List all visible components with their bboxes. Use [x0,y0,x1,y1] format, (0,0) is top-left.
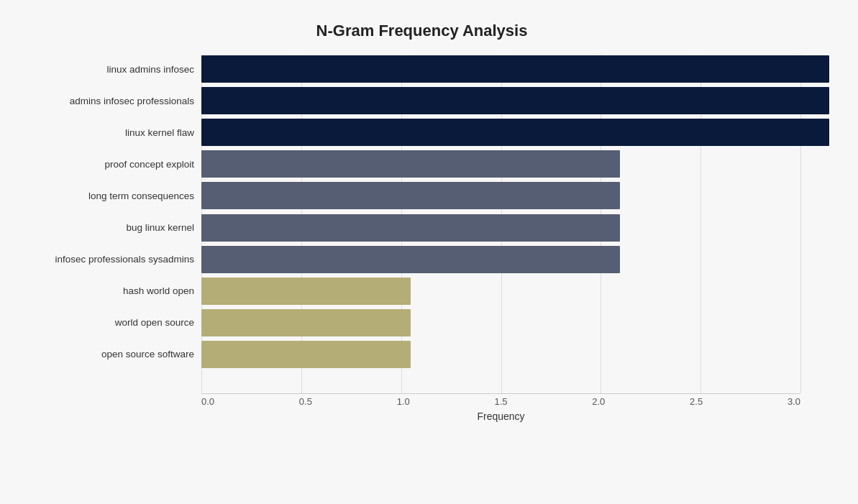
x-tick-label: 2.0 [592,396,605,407]
bar-track [201,214,829,242]
bar-label: infosec professionals sysadmins [14,254,201,265]
bar-track [201,55,829,83]
chart-container: N-Gram Frequency Analysis linux admins i… [0,0,858,504]
x-axis: 0.00.51.01.52.02.53.0 Frequency [201,393,800,422]
x-tick-label: 1.0 [397,396,410,407]
bar-row: infosec professionals sysadmins [14,245,829,274]
bar-row: open source software [14,340,829,369]
bar-row: hash world open [14,277,829,306]
bar-fill [201,246,620,273]
bar-track [201,150,829,178]
x-ticks: 0.00.51.01.52.02.53.0 [201,396,800,407]
x-tick-label: 2.5 [690,396,703,407]
bar-row: long term consequences [14,181,829,210]
bar-fill [201,87,829,114]
bar-label: bug linux kernel [14,222,201,233]
bar-track [201,309,829,336]
bar-track [201,278,829,305]
bar-track [201,341,829,368]
bar-fill [201,150,620,178]
bar-label: linux kernel flaw [14,127,201,138]
bar-label: admins infosec professionals [14,96,201,106]
bar-fill [201,309,411,336]
bar-fill [201,182,620,209]
bar-fill [201,119,829,146]
bar-row: world open source [14,308,829,337]
bar-row: admins infosec professionals [14,86,829,115]
bar-label: linux admins infosec [14,64,201,75]
chart-title: N-Gram Frequency Analysis [14,14,829,40]
bar-label: proof concept exploit [14,159,201,170]
bar-label: hash world open [14,285,201,296]
x-axis-label: Frequency [477,411,524,422]
bar-fill [201,278,411,305]
bar-track [201,119,829,146]
bar-row: linux kernel flaw [14,118,829,147]
bar-fill [201,341,411,368]
bar-row: bug linux kernel [14,213,829,242]
bar-row: linux admins infosec [14,55,829,83]
x-tick-label: 1.5 [494,396,507,407]
bar-label: open source software [14,349,201,359]
x-tick-label: 3.0 [788,396,800,407]
bar-label: world open source [14,317,201,328]
chart-area: linux admins infosec admins infosec prof… [14,55,829,372]
x-axis-line [201,393,800,394]
x-tick-label: 0.5 [299,396,312,407]
bar-track [201,182,829,209]
bar-fill [201,214,620,242]
bar-label: long term consequences [14,191,201,201]
bar-row: proof concept exploit [14,150,829,178]
x-tick-label: 0.0 [201,396,214,407]
bar-track [201,246,829,273]
bar-fill [201,55,829,83]
bar-track [201,87,829,114]
